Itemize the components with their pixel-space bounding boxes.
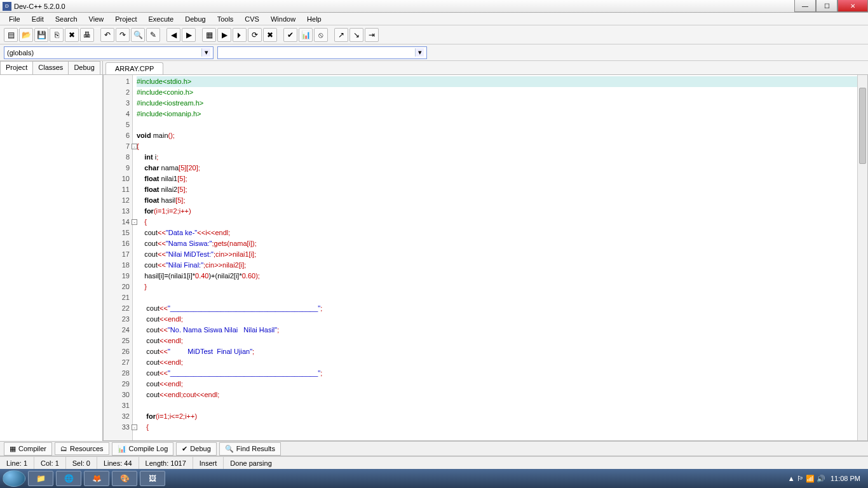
rebuild-icon[interactable]: ⟳ bbox=[248, 28, 262, 42]
code-line[interactable]: cout<<"Nama Siswa:";gets(nama[i]); bbox=[137, 238, 864, 249]
code-line[interactable]: cout<<"_________________________________… bbox=[137, 368, 864, 379]
forward-icon[interactable]: ▶ bbox=[182, 28, 196, 42]
code-line[interactable]: #include<conio.h> bbox=[137, 87, 864, 98]
menu-execute[interactable]: Execute bbox=[143, 14, 179, 24]
open-file-icon[interactable]: 📂 bbox=[19, 28, 33, 42]
code-line[interactable]: #include<iomanip.h> bbox=[137, 109, 864, 119]
menu-help[interactable]: Help bbox=[302, 14, 327, 24]
code-line[interactable]: int i; bbox=[137, 152, 864, 163]
replace-icon[interactable]: ✎ bbox=[146, 28, 160, 42]
compile-icon[interactable]: ▦ bbox=[202, 28, 216, 42]
save-icon[interactable]: 💾 bbox=[34, 28, 48, 42]
code-line[interactable]: cout<<endl; bbox=[137, 379, 864, 390]
compile-run-icon[interactable]: ⏵ bbox=[233, 28, 247, 42]
run-icon[interactable]: ▶ bbox=[217, 28, 231, 42]
code-area[interactable]: #include<stdio.h>#include<conio.h>#inclu… bbox=[133, 75, 867, 440]
bottom-tab-resources[interactable]: 🗂Resources bbox=[55, 442, 109, 455]
check-icon[interactable]: ✔ bbox=[283, 28, 297, 42]
side-tab-project[interactable]: Project bbox=[0, 61, 33, 74]
minimize-button[interactable]: — bbox=[794, 0, 816, 12]
back-icon[interactable]: ◀ bbox=[166, 28, 180, 42]
tray-icon[interactable]: 📶 bbox=[806, 475, 817, 482]
side-tab-debug[interactable]: Debug bbox=[68, 61, 100, 74]
code-line[interactable]: { bbox=[137, 141, 864, 152]
clock[interactable]: 11:08 PM bbox=[831, 475, 860, 482]
code-line[interactable] bbox=[137, 292, 864, 303]
menu-debug[interactable]: Debug bbox=[180, 14, 210, 24]
taskbar-item[interactable]: 🦊 bbox=[84, 471, 109, 486]
menu-tools[interactable]: Tools bbox=[212, 14, 239, 24]
goto1-icon[interactable]: ↗ bbox=[334, 28, 348, 42]
scope-combo[interactable]: (globals)▾ bbox=[4, 46, 214, 59]
tray-icon[interactable]: ▲ bbox=[788, 475, 797, 482]
taskbar-item[interactable]: 🎨 bbox=[112, 471, 137, 486]
code-line[interactable]: cout<<endl;cout<<endl; bbox=[137, 390, 864, 400]
code-line[interactable]: float nilai1[5]; bbox=[137, 173, 864, 184]
code-line[interactable]: cout<<"No. Nama Siswa Nilai Nilai Hasil"… bbox=[137, 325, 864, 336]
goto2-icon[interactable]: ↘ bbox=[349, 28, 363, 42]
code-line[interactable] bbox=[137, 400, 864, 411]
start-button[interactable] bbox=[3, 470, 25, 487]
menu-project[interactable]: Project bbox=[110, 14, 142, 24]
debug-btn-icon[interactable]: ✖ bbox=[263, 28, 277, 42]
code-line[interactable]: { bbox=[137, 217, 864, 227]
code-editor[interactable]: 1234567-891011121314-1516171819202122232… bbox=[103, 75, 868, 441]
scrollbar-thumb[interactable] bbox=[859, 88, 866, 164]
code-line[interactable]: for(i=1;i=2;i++) bbox=[137, 206, 864, 217]
close-button[interactable]: ✕ bbox=[837, 0, 868, 12]
code-line[interactable]: cout<<" MiDTest Final Ujian"; bbox=[137, 346, 864, 357]
bottom-tab-compiler[interactable]: ▦Compiler bbox=[4, 442, 52, 456]
code-line[interactable] bbox=[137, 119, 864, 130]
code-line[interactable]: cout<<"Nilai MiDTest:";cin>>nilai1[i]; bbox=[137, 249, 864, 260]
stop-icon[interactable]: ⦸ bbox=[314, 28, 328, 42]
bottom-tab-debug[interactable]: ✔Debug bbox=[176, 442, 216, 456]
code-line[interactable]: void main(); bbox=[137, 130, 864, 141]
close-icon[interactable]: ✖ bbox=[65, 28, 79, 42]
goto3-icon[interactable]: ⇥ bbox=[365, 28, 379, 42]
bottom-tab-find-results[interactable]: 🔍Find Results bbox=[219, 442, 281, 456]
code-line[interactable]: cout<<endl; bbox=[137, 357, 864, 368]
tray-icon[interactable]: 🏳 bbox=[797, 475, 806, 482]
editor-tab[interactable]: ARRAY.CPP bbox=[105, 62, 163, 74]
code-line[interactable]: cout<<endl; bbox=[137, 314, 864, 325]
print-icon[interactable]: 🖶 bbox=[80, 28, 94, 42]
menu-cvs[interactable]: CVS bbox=[240, 14, 264, 24]
code-line[interactable]: cout<<"_________________________________… bbox=[137, 303, 864, 314]
member-combo[interactable]: ▾ bbox=[217, 46, 427, 59]
find-icon[interactable]: 🔍 bbox=[131, 28, 145, 42]
code-line[interactable]: #include<stdio.h> bbox=[137, 76, 864, 87]
fold-icon[interactable]: - bbox=[132, 424, 137, 430]
code-line[interactable]: cout<<"Nilai Final:";cin>>nilai2[i]; bbox=[137, 260, 864, 271]
tray-icon[interactable]: 🔊 bbox=[817, 475, 825, 482]
fold-icon[interactable]: - bbox=[132, 144, 137, 149]
fold-icon[interactable]: - bbox=[132, 219, 137, 225]
code-line[interactable]: cout<<endl; bbox=[137, 336, 864, 346]
menu-search[interactable]: Search bbox=[50, 14, 83, 24]
menu-edit[interactable]: Edit bbox=[27, 14, 49, 24]
new-file-icon[interactable]: ▤ bbox=[4, 28, 18, 42]
vertical-scrollbar[interactable] bbox=[857, 75, 867, 440]
side-tab-classes[interactable]: Classes bbox=[32, 61, 69, 74]
save-all-icon[interactable]: ⎘ bbox=[50, 28, 64, 42]
menu-file[interactable]: File bbox=[4, 14, 25, 24]
taskbar-item[interactable]: 🖼 bbox=[140, 471, 165, 486]
redo-icon[interactable]: ↷ bbox=[116, 28, 130, 42]
code-line[interactable]: cout<<"Data ke-"<<i<<endl; bbox=[137, 227, 864, 238]
bottom-tab-compile-log[interactable]: 📊Compile Log bbox=[112, 442, 174, 456]
undo-icon[interactable]: ↶ bbox=[100, 28, 114, 42]
code-line[interactable]: float hasil[5]; bbox=[137, 195, 864, 206]
taskbar-item[interactable]: 📁 bbox=[28, 471, 53, 486]
taskbar-item[interactable]: 🌐 bbox=[56, 471, 81, 486]
code-line[interactable]: hasil[i]=(nilai1[i]*0.40)+(nilai2[i]*0.6… bbox=[137, 271, 864, 281]
code-line[interactable]: { bbox=[137, 422, 864, 433]
code-line[interactable]: for(i=1;i<=2;i++) bbox=[137, 411, 864, 422]
code-line[interactable]: #include<iostream.h> bbox=[137, 98, 864, 109]
menu-window[interactable]: Window bbox=[266, 14, 301, 24]
maximize-button[interactable]: ☐ bbox=[816, 0, 837, 12]
code-line[interactable]: float nilai2[5]; bbox=[137, 184, 864, 195]
side-panel-body[interactable] bbox=[0, 75, 102, 441]
code-line[interactable]: char nama[5][20]; bbox=[137, 163, 864, 173]
code-line[interactable]: } bbox=[137, 281, 864, 292]
menu-view[interactable]: View bbox=[84, 14, 109, 24]
profile-icon[interactable]: 📊 bbox=[299, 28, 313, 42]
